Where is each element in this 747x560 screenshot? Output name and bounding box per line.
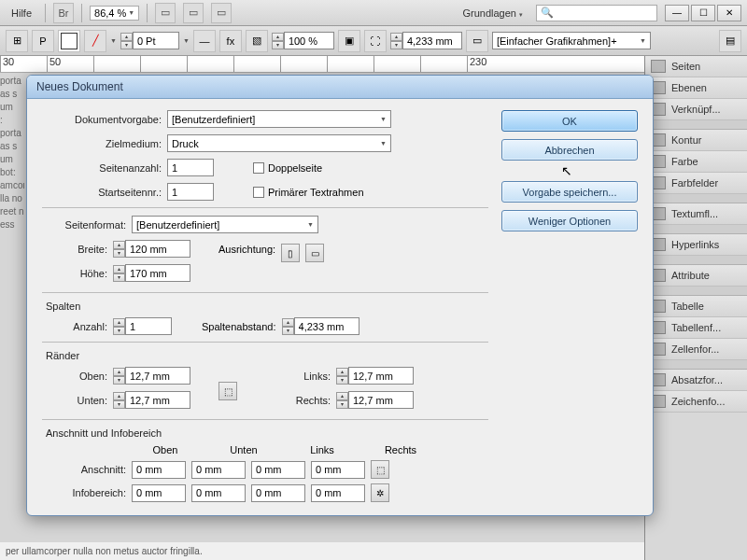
margin-left-label: Links: bbox=[265, 371, 331, 382]
close-button[interactable]: ✕ bbox=[717, 5, 741, 21]
opacity-icon[interactable]: ▧ bbox=[246, 30, 268, 52]
panel-absatzfor-[interactable]: Absatzfor... bbox=[645, 370, 747, 391]
bleed-heading: Anschnitt und Infobereich bbox=[46, 427, 488, 439]
maximize-button[interactable]: ☐ bbox=[691, 5, 715, 21]
margin-bottom-input[interactable]: ▴▾ bbox=[113, 391, 190, 409]
link-bleed-icon[interactable]: ⬚ bbox=[371, 460, 389, 479]
link-slug-icon[interactable]: ✲ bbox=[371, 483, 389, 502]
orientation-landscape-icon[interactable]: ▭ bbox=[305, 244, 324, 262]
panel-label: Ebenen bbox=[671, 82, 707, 93]
panel-label: Hyperlinks bbox=[671, 239, 719, 250]
workspace-switcher[interactable]: Grundlagen ▾ bbox=[457, 6, 529, 21]
panel-attribute[interactable]: Attribute bbox=[645, 265, 747, 287]
width-input[interactable]: ▴▾ bbox=[113, 240, 190, 258]
reference-point-icon[interactable]: ⊞ bbox=[6, 30, 28, 52]
bridge-icon[interactable]: Br bbox=[53, 3, 74, 23]
ruler-tick bbox=[233, 56, 280, 72]
panel-label: Zellenfor... bbox=[671, 343, 719, 355]
stroke-color-icon[interactable]: ╱ bbox=[84, 30, 106, 52]
panel-label: Textumfl... bbox=[671, 208, 718, 219]
margin-left-input[interactable]: ▴▾ bbox=[336, 367, 414, 385]
effects-icon[interactable]: fx bbox=[219, 30, 242, 52]
help-menu[interactable]: Hilfe bbox=[6, 6, 37, 21]
preset-dropdown[interactable]: [Benutzerdefiniert]▼ bbox=[167, 110, 391, 128]
primary-text-frame-checkbox[interactable]: Primärer Textrahmen bbox=[253, 187, 364, 198]
slug-right-input[interactable] bbox=[311, 484, 365, 502]
gutter-input[interactable]: ▴▾ bbox=[282, 317, 359, 335]
char-format-icon[interactable]: P bbox=[32, 30, 54, 52]
ruler-tick bbox=[327, 56, 374, 72]
panel-verkn-pf-[interactable]: Verknüpf... bbox=[645, 99, 747, 120]
bleed-top-input[interactable] bbox=[132, 461, 186, 479]
slug-left-input[interactable] bbox=[251, 484, 305, 502]
pages-input[interactable] bbox=[167, 159, 214, 176]
stroke-weight[interactable]: ▴▾ bbox=[120, 32, 179, 49]
crop-icon[interactable]: ⛶ bbox=[364, 30, 387, 52]
search-input[interactable]: 🔍 bbox=[536, 5, 657, 21]
panel-kontur[interactable]: Kontur bbox=[645, 130, 747, 151]
menu-bar: Hilfe Br 86,4 %▼ ▭ ▭ ▭ Grundlagen ▾ 🔍 — … bbox=[0, 0, 747, 26]
cancel-button[interactable]: Abbrechen bbox=[501, 139, 638, 161]
text-wrap-icon[interactable]: ▣ bbox=[338, 30, 360, 52]
pages-label: Seitenanzahl: bbox=[42, 162, 162, 174]
panel-label: Kontur bbox=[671, 134, 701, 146]
arrange-icon[interactable]: ▭ bbox=[211, 3, 232, 23]
panel-ebenen[interactable]: Ebenen bbox=[645, 77, 747, 99]
screen-mode-icon[interactable]: ▭ bbox=[183, 3, 204, 23]
panel-farbfelder[interactable]: Farbfelder bbox=[645, 173, 747, 194]
intent-dropdown[interactable]: Druck▼ bbox=[167, 134, 391, 152]
bleed-right-input[interactable] bbox=[311, 461, 365, 479]
minimize-button[interactable]: — bbox=[665, 5, 689, 21]
panel-zeichenfo-[interactable]: Zeichenfo... bbox=[645, 391, 747, 413]
panel-tabellenf-[interactable]: Tabellenf... bbox=[645, 317, 747, 339]
panel-label: Zeichenfo... bbox=[671, 396, 725, 407]
panel-hyperlinks[interactable]: Hyperlinks bbox=[645, 234, 747, 256]
panel-menu-icon[interactable]: ▤ bbox=[719, 30, 741, 52]
orientation-portrait-icon[interactable]: ▯ bbox=[281, 244, 300, 262]
column-count-input[interactable]: ▴▾ bbox=[113, 317, 172, 335]
bleed-col-top: Oben bbox=[135, 444, 195, 455]
bleed-col-bottom: Unten bbox=[214, 444, 274, 455]
stroke-style-icon[interactable]: — bbox=[193, 30, 216, 52]
zoom-level[interactable]: 86,4 %▼ bbox=[90, 6, 139, 21]
slug-top-input[interactable] bbox=[132, 484, 186, 502]
margin-right-input[interactable]: ▴▾ bbox=[336, 391, 414, 409]
panel-seiten[interactable]: Seiten bbox=[645, 56, 747, 77]
slug-bottom-input[interactable] bbox=[191, 484, 246, 502]
height-input[interactable]: ▴▾ bbox=[113, 264, 190, 282]
panel-textumfl-[interactable]: Textumfl... bbox=[645, 203, 747, 225]
save-preset-button[interactable]: Vorgabe speichern... bbox=[501, 181, 638, 203]
margin-right-label: Rechts: bbox=[265, 395, 331, 406]
facing-pages-checkbox[interactable]: Doppelseite bbox=[253, 162, 322, 174]
control-bar: ⊞ P ╱ ▼ ▴▾ ▼ — fx ▧ ▴▾ ▣ ⛶ ▴▾ ▭ [Einfach… bbox=[0, 26, 747, 56]
frame-preset-icon[interactable]: ▭ bbox=[466, 30, 488, 52]
panel-label: Tabelle bbox=[671, 301, 704, 312]
ruler-tick bbox=[140, 56, 187, 72]
fewer-options-button[interactable]: Weniger Optionen bbox=[501, 210, 638, 231]
bleed-col-left: Links bbox=[292, 444, 352, 455]
bleed-label: Anschnitt: bbox=[42, 464, 126, 475]
ruler-tick bbox=[93, 56, 140, 72]
margin-bottom-label: Unten: bbox=[42, 395, 107, 406]
panel-label: Verknüpf... bbox=[671, 104, 721, 115]
panel-label: Tabellenf... bbox=[671, 322, 721, 333]
column-count-label: Anzahl: bbox=[42, 321, 107, 332]
panel-farbe[interactable]: Farbe bbox=[645, 151, 747, 173]
fill-color-icon[interactable] bbox=[58, 30, 80, 52]
link-margins-icon[interactable]: ⬚ bbox=[218, 382, 237, 400]
panel-label: Seiten bbox=[671, 61, 700, 72]
start-page-label: Startseitennr.: bbox=[42, 187, 162, 198]
bleed-left-input[interactable] bbox=[251, 461, 305, 479]
view-options-icon[interactable]: ▭ bbox=[155, 3, 176, 23]
page-size-dropdown[interactable]: [Benutzerdefiniert]▼ bbox=[132, 216, 318, 233]
new-document-dialog: Neues Dokument Dokumentvorgabe: [Benutze… bbox=[26, 75, 654, 516]
panel-tabelle[interactable]: Tabelle bbox=[645, 296, 747, 317]
measure-field[interactable]: ▴▾ bbox=[390, 32, 462, 49]
panel-zellenfor-[interactable]: Zellenfor... bbox=[645, 339, 747, 360]
start-page-input[interactable] bbox=[167, 183, 214, 201]
margin-top-input[interactable]: ▴▾ bbox=[113, 367, 190, 385]
ok-button[interactable]: OK bbox=[501, 110, 638, 132]
frame-preset-dropdown[interactable]: [Einfacher Grafikrahmen]+▼ bbox=[492, 32, 651, 49]
bleed-bottom-input[interactable] bbox=[191, 461, 246, 479]
opacity-field[interactable]: ▴▾ bbox=[272, 32, 334, 49]
